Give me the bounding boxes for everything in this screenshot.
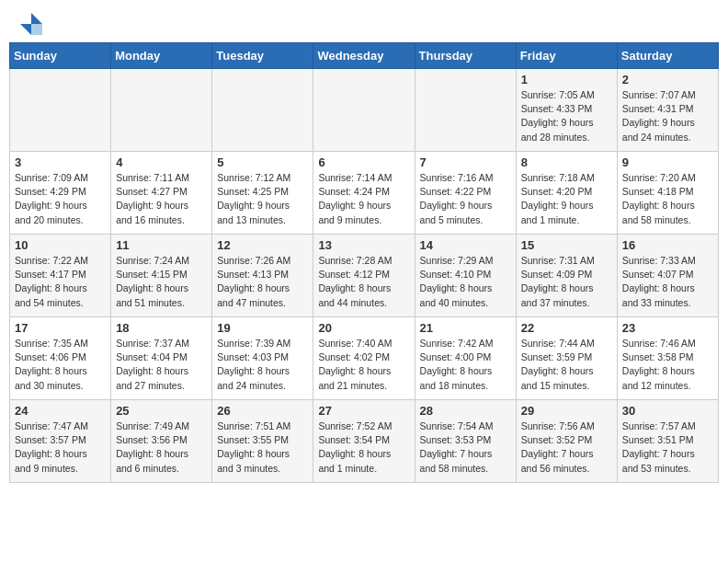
calendar: SundayMondayTuesdayWednesdayThursdayFrid… xyxy=(0,42,728,492)
calendar-week: 17Sunrise: 7:35 AM Sunset: 4:06 PM Dayli… xyxy=(10,317,719,400)
day-info: Sunrise: 7:22 AM Sunset: 4:17 PM Dayligh… xyxy=(15,254,106,310)
day-number: 26 xyxy=(217,404,308,418)
day-number: 8 xyxy=(521,155,612,169)
calendar-cell: 2Sunrise: 7:07 AM Sunset: 4:31 PM Daylig… xyxy=(617,69,718,152)
day-info: Sunrise: 7:18 AM Sunset: 4:20 PM Dayligh… xyxy=(521,171,612,227)
calendar-table: SundayMondayTuesdayWednesdayThursdayFrid… xyxy=(9,42,719,483)
day-info: Sunrise: 7:47 AM Sunset: 3:57 PM Dayligh… xyxy=(15,419,106,476)
calendar-cell xyxy=(111,69,212,152)
calendar-cell: 16Sunrise: 7:33 AM Sunset: 4:07 PM Dayli… xyxy=(617,235,718,317)
calendar-cell: 23Sunrise: 7:46 AM Sunset: 3:58 PM Dayli… xyxy=(617,317,718,400)
day-info: Sunrise: 7:14 AM Sunset: 4:24 PM Dayligh… xyxy=(318,171,409,227)
day-number: 16 xyxy=(622,238,713,252)
header-day: Friday xyxy=(516,43,617,69)
day-info: Sunrise: 7:33 AM Sunset: 4:07 PM Dayligh… xyxy=(622,254,713,310)
day-info: Sunrise: 7:07 AM Sunset: 4:31 PM Dayligh… xyxy=(622,88,713,144)
day-number: 19 xyxy=(217,321,308,335)
calendar-cell: 12Sunrise: 7:26 AM Sunset: 4:13 PM Dayli… xyxy=(212,235,313,317)
calendar-cell: 26Sunrise: 7:51 AM Sunset: 3:55 PM Dayli… xyxy=(212,400,313,483)
day-number: 4 xyxy=(116,155,207,169)
calendar-week: 10Sunrise: 7:22 AM Sunset: 4:17 PM Dayli… xyxy=(10,235,719,317)
svg-marker-1 xyxy=(20,24,31,35)
day-number: 6 xyxy=(318,155,409,169)
day-number: 30 xyxy=(622,404,713,418)
day-number: 23 xyxy=(622,321,713,335)
day-info: Sunrise: 7:52 AM Sunset: 3:54 PM Dayligh… xyxy=(318,419,409,476)
calendar-cell: 11Sunrise: 7:24 AM Sunset: 4:15 PM Dayli… xyxy=(111,235,212,317)
day-number: 10 xyxy=(15,238,106,252)
page-header xyxy=(0,0,728,42)
calendar-cell: 21Sunrise: 7:42 AM Sunset: 4:00 PM Dayli… xyxy=(415,317,516,400)
day-info: Sunrise: 7:46 AM Sunset: 3:58 PM Dayligh… xyxy=(622,337,713,393)
day-number: 3 xyxy=(15,155,106,169)
day-info: Sunrise: 7:56 AM Sunset: 3:52 PM Dayligh… xyxy=(521,419,612,476)
day-info: Sunrise: 7:57 AM Sunset: 3:51 PM Dayligh… xyxy=(622,419,713,476)
day-number: 29 xyxy=(521,404,612,418)
day-info: Sunrise: 7:28 AM Sunset: 4:12 PM Dayligh… xyxy=(318,254,409,310)
calendar-cell: 3Sunrise: 7:09 AM Sunset: 4:29 PM Daylig… xyxy=(10,152,111,235)
calendar-cell: 17Sunrise: 7:35 AM Sunset: 4:06 PM Dayli… xyxy=(10,317,111,400)
header-day: Monday xyxy=(111,43,212,69)
day-info: Sunrise: 7:35 AM Sunset: 4:06 PM Dayligh… xyxy=(15,337,106,393)
calendar-cell: 20Sunrise: 7:40 AM Sunset: 4:02 PM Dayli… xyxy=(313,317,415,400)
svg-marker-2 xyxy=(31,24,42,35)
day-info: Sunrise: 7:16 AM Sunset: 4:22 PM Dayligh… xyxy=(420,171,511,227)
calendar-cell: 18Sunrise: 7:37 AM Sunset: 4:04 PM Dayli… xyxy=(111,317,212,400)
day-info: Sunrise: 7:39 AM Sunset: 4:03 PM Dayligh… xyxy=(217,337,308,393)
day-info: Sunrise: 7:20 AM Sunset: 4:18 PM Dayligh… xyxy=(622,171,713,227)
day-number: 22 xyxy=(521,321,612,335)
day-info: Sunrise: 7:09 AM Sunset: 4:29 PM Dayligh… xyxy=(15,171,106,227)
calendar-cell: 7Sunrise: 7:16 AM Sunset: 4:22 PM Daylig… xyxy=(415,152,516,235)
day-number: 11 xyxy=(116,238,207,252)
day-info: Sunrise: 7:29 AM Sunset: 4:10 PM Dayligh… xyxy=(420,254,511,310)
calendar-cell: 22Sunrise: 7:44 AM Sunset: 3:59 PM Dayli… xyxy=(516,317,617,400)
day-info: Sunrise: 7:24 AM Sunset: 4:15 PM Dayligh… xyxy=(116,254,207,310)
calendar-week: 1Sunrise: 7:05 AM Sunset: 4:33 PM Daylig… xyxy=(10,69,719,152)
day-number: 27 xyxy=(318,404,409,418)
day-number: 2 xyxy=(622,73,713,86)
logo xyxy=(18,11,48,37)
day-number: 28 xyxy=(420,404,511,418)
day-number: 20 xyxy=(318,321,409,335)
calendar-cell xyxy=(313,69,415,152)
day-number: 12 xyxy=(217,238,308,252)
header-row: SundayMondayTuesdayWednesdayThursdayFrid… xyxy=(10,43,719,69)
day-info: Sunrise: 7:42 AM Sunset: 4:00 PM Dayligh… xyxy=(420,337,511,393)
day-number: 21 xyxy=(420,321,511,335)
calendar-cell xyxy=(415,69,516,152)
svg-marker-0 xyxy=(31,13,42,24)
day-info: Sunrise: 7:54 AM Sunset: 3:53 PM Dayligh… xyxy=(420,419,511,476)
calendar-cell xyxy=(212,69,313,152)
header-day: Thursday xyxy=(415,43,516,69)
calendar-cell: 8Sunrise: 7:18 AM Sunset: 4:20 PM Daylig… xyxy=(516,152,617,235)
day-number: 17 xyxy=(15,321,106,335)
day-info: Sunrise: 7:05 AM Sunset: 4:33 PM Dayligh… xyxy=(521,88,612,144)
day-number: 15 xyxy=(521,238,612,252)
calendar-cell: 9Sunrise: 7:20 AM Sunset: 4:18 PM Daylig… xyxy=(617,152,718,235)
header-day: Sunday xyxy=(10,43,111,69)
day-info: Sunrise: 7:44 AM Sunset: 3:59 PM Dayligh… xyxy=(521,337,612,393)
calendar-cell: 1Sunrise: 7:05 AM Sunset: 4:33 PM Daylig… xyxy=(516,69,617,152)
calendar-week: 3Sunrise: 7:09 AM Sunset: 4:29 PM Daylig… xyxy=(10,152,719,235)
calendar-cell: 27Sunrise: 7:52 AM Sunset: 3:54 PM Dayli… xyxy=(313,400,415,483)
day-number: 24 xyxy=(15,404,106,418)
calendar-body: 1Sunrise: 7:05 AM Sunset: 4:33 PM Daylig… xyxy=(10,69,719,483)
calendar-cell: 6Sunrise: 7:14 AM Sunset: 4:24 PM Daylig… xyxy=(313,152,415,235)
day-info: Sunrise: 7:26 AM Sunset: 4:13 PM Dayligh… xyxy=(217,254,308,310)
header-day: Saturday xyxy=(617,43,718,69)
day-number: 14 xyxy=(420,238,511,252)
calendar-cell: 24Sunrise: 7:47 AM Sunset: 3:57 PM Dayli… xyxy=(10,400,111,483)
calendar-cell: 30Sunrise: 7:57 AM Sunset: 3:51 PM Dayli… xyxy=(617,400,718,483)
calendar-cell: 4Sunrise: 7:11 AM Sunset: 4:27 PM Daylig… xyxy=(111,152,212,235)
day-number: 18 xyxy=(116,321,207,335)
header-day: Wednesday xyxy=(313,43,415,69)
calendar-cell: 25Sunrise: 7:49 AM Sunset: 3:56 PM Dayli… xyxy=(111,400,212,483)
day-number: 25 xyxy=(116,404,207,418)
day-number: 13 xyxy=(318,238,409,252)
calendar-cell: 15Sunrise: 7:31 AM Sunset: 4:09 PM Dayli… xyxy=(516,235,617,317)
day-number: 5 xyxy=(217,155,308,169)
calendar-header: SundayMondayTuesdayWednesdayThursdayFrid… xyxy=(10,43,719,69)
day-info: Sunrise: 7:31 AM Sunset: 4:09 PM Dayligh… xyxy=(521,254,612,310)
day-info: Sunrise: 7:12 AM Sunset: 4:25 PM Dayligh… xyxy=(217,171,308,227)
day-number: 7 xyxy=(420,155,511,169)
